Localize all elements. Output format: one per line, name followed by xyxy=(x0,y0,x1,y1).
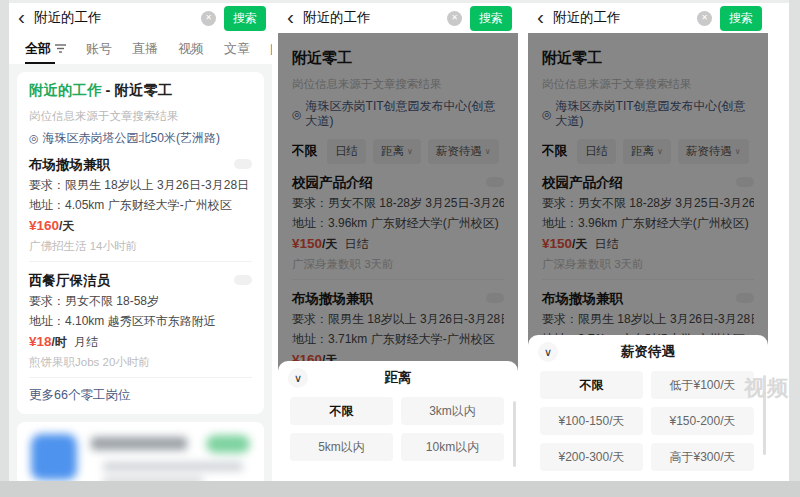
option-100-150[interactable]: ¥100-150/天 xyxy=(540,407,643,435)
back-icon[interactable]: ‹ xyxy=(537,6,544,27)
clear-icon[interactable]: ✕ xyxy=(697,11,712,26)
price-amount: ¥18 xyxy=(29,334,52,349)
chevron-down-icon: ∨ xyxy=(544,346,552,359)
salary-options: 不限 低于¥100/天 ¥100-150/天 ¥150-200/天 ¥200-3… xyxy=(528,369,768,471)
option-150-200[interactable]: ¥150-200/天 xyxy=(651,407,754,435)
blurred-content xyxy=(17,422,264,481)
card-title-suffix: - 附近零工 xyxy=(102,82,173,98)
filter-icon xyxy=(55,44,66,53)
option-unlimited[interactable]: 不限 xyxy=(540,371,643,399)
job-meta: 煎饼果职Jobs 20小时前 xyxy=(29,355,252,369)
option-unlimited[interactable]: 不限 xyxy=(290,397,393,425)
clear-x-glyph: ✕ xyxy=(451,14,458,22)
tab-all-label: 全部 xyxy=(25,40,51,58)
search-input[interactable]: 附近的工作 xyxy=(303,9,447,27)
option-3km[interactable]: 3km以内 xyxy=(401,397,504,425)
price-amount: ¥160 xyxy=(29,218,59,233)
search-results-screen: ‹ 附近的工作 ✕ 搜索 全部 账号 直播 视频 文章 问一问 附近的工作 - … xyxy=(9,3,272,481)
search-button[interactable]: 搜索 xyxy=(470,6,512,31)
search-bar: ‹ 附近的工作 ✕ 搜索 xyxy=(278,3,518,33)
price-unit: /天 xyxy=(59,219,74,233)
search-input[interactable]: 附近的工作 xyxy=(34,9,201,27)
clear-icon[interactable]: ✕ xyxy=(201,11,216,26)
distance-filter-sheet: ∨ 距离 不限 3km以内 5km以内 10km以内 xyxy=(278,361,518,481)
sheet-header: ∨ 薪资待遇 xyxy=(528,335,768,369)
tab-accounts[interactable]: 账号 xyxy=(86,33,112,64)
clear-x-glyph: ✕ xyxy=(701,14,708,22)
option-10km[interactable]: 10km以内 xyxy=(401,433,504,461)
tab-video-label: 视频 xyxy=(178,40,204,58)
divider xyxy=(29,261,252,262)
job-meta: 广佛招生活 14小时前 xyxy=(29,239,252,253)
job-title: 西餐厅保洁员 xyxy=(29,272,252,289)
option-under-100[interactable]: 低于¥100/天 xyxy=(651,371,754,399)
blurred-text-bar xyxy=(103,462,243,471)
search-input[interactable]: 附近的工作 xyxy=(553,9,697,27)
price-tag: 月结 xyxy=(74,335,98,349)
blurred-action-pill xyxy=(206,435,250,453)
blurred-app-icon xyxy=(31,434,77,480)
collapse-sheet-icon[interactable]: ∨ xyxy=(538,342,558,362)
chevron-down-icon: ∨ xyxy=(294,372,302,385)
clear-icon[interactable]: ✕ xyxy=(447,11,462,26)
job-price: ¥18/时月结 xyxy=(29,332,252,351)
screen-edge-bottom xyxy=(0,481,800,497)
back-icon[interactable]: ‹ xyxy=(287,6,294,27)
card-title: 附近的工作 - 附近零工 xyxy=(29,82,252,99)
option-5km[interactable]: 5km以内 xyxy=(290,433,393,461)
tab-articles-label: 文章 xyxy=(224,40,250,58)
blurred-text-bar xyxy=(103,477,203,481)
tab-all[interactable]: 全部 xyxy=(25,33,66,64)
screen-edge-left xyxy=(0,0,9,497)
location-icon: ◎ xyxy=(29,133,39,144)
card-title-keyword: 附近的工作 xyxy=(29,82,102,98)
gig-results-card[interactable]: 附近的工作 - 附近零工 岗位信息来源于文章搜索结果 ◎ 海珠区赤岗塔公园北50… xyxy=(17,72,264,414)
watermark: 视频 xyxy=(744,374,790,402)
gig-page-salary-screen: ‹ 附近的工作 ✕ 搜索 附近零工 岗位信息来源于文章搜索结果 ◎ 海珠区赤岗T… xyxy=(528,3,768,481)
salary-filter-sheet: ∨ 薪资待遇 不限 低于¥100/天 ¥100-150/天 ¥150-200/天… xyxy=(528,335,768,481)
tab-ask-label: 问一问 xyxy=(270,40,272,58)
screen-edge-right xyxy=(789,0,800,497)
sheet-title: 距离 xyxy=(385,369,412,387)
blurred-title-bar xyxy=(91,437,187,450)
job-listing[interactable]: 西餐厅保洁员 要求：男女不限 18-58岁 地址：4.10km 越秀区环市东路附… xyxy=(29,272,252,369)
tab-articles[interactable]: 文章 xyxy=(224,33,250,64)
search-button[interactable]: 搜索 xyxy=(224,6,266,31)
location-text: 海珠区赤岗塔公园北50米(艺洲路) xyxy=(43,131,220,146)
more-jobs-link[interactable]: 更多66个零工岗位 xyxy=(29,378,252,404)
option-200-300[interactable]: ¥200-300/天 xyxy=(540,443,643,471)
gig-page-distance-screen: ‹ 附近的工作 ✕ 搜索 附近零工 岗位信息来源于文章搜索结果 ◎ 海珠区赤岗T… xyxy=(278,3,518,481)
tab-ask[interactable]: 问一问 xyxy=(270,33,272,64)
tab-video[interactable]: 视频 xyxy=(178,33,204,64)
job-price: ¥160/天 xyxy=(29,216,252,235)
sheet-header: ∨ 距离 xyxy=(278,361,518,395)
distance-options: 不限 3km以内 5km以内 10km以内 xyxy=(278,395,518,461)
tab-accounts-label: 账号 xyxy=(86,40,112,58)
job-requirements: 要求：限男生 18岁以上 3月26日-3月28日 xyxy=(29,178,252,193)
search-bar: ‹ 附近的工作 ✕ 搜索 xyxy=(528,3,768,33)
job-requirements: 要求：男女不限 18-58岁 xyxy=(29,294,252,309)
blurred-result-card[interactable] xyxy=(17,422,264,481)
clear-x-glyph: ✕ xyxy=(205,14,212,22)
job-more-icon[interactable] xyxy=(234,159,252,169)
scrollbar[interactable] xyxy=(513,401,516,467)
job-title: 布场撤场兼职 xyxy=(29,156,252,173)
search-bar: ‹ 附近的工作 ✕ 搜索 xyxy=(9,3,272,33)
job-listing[interactable]: 布场撤场兼职 要求：限男生 18岁以上 3月26日-3月28日 地址：4.05k… xyxy=(29,156,252,253)
back-icon[interactable]: ‹ xyxy=(18,6,25,27)
sheet-title: 薪资待遇 xyxy=(621,343,675,361)
collapse-sheet-icon[interactable]: ∨ xyxy=(288,368,308,388)
price-unit: /时 xyxy=(52,335,67,349)
location-row[interactable]: ◎ 海珠区赤岗塔公园北50米(艺洲路) xyxy=(29,131,252,146)
job-address: 地址：4.10km 越秀区环市东路附近 xyxy=(29,314,252,329)
source-note: 岗位信息来源于文章搜索结果 xyxy=(29,109,252,124)
job-address: 地址：4.05km 广东财经大学-广州校区 xyxy=(29,198,252,213)
result-tabs: 全部 账号 直播 视频 文章 问一问 xyxy=(9,33,272,65)
search-button[interactable]: 搜索 xyxy=(720,6,762,31)
option-over-300[interactable]: 高于¥300/天 xyxy=(651,443,754,471)
results-list: 附近的工作 - 附近零工 岗位信息来源于文章搜索结果 ◎ 海珠区赤岗塔公园北50… xyxy=(9,64,272,481)
job-more-icon[interactable] xyxy=(234,275,252,285)
tab-live-label: 直播 xyxy=(132,40,158,58)
tab-live[interactable]: 直播 xyxy=(132,33,158,64)
